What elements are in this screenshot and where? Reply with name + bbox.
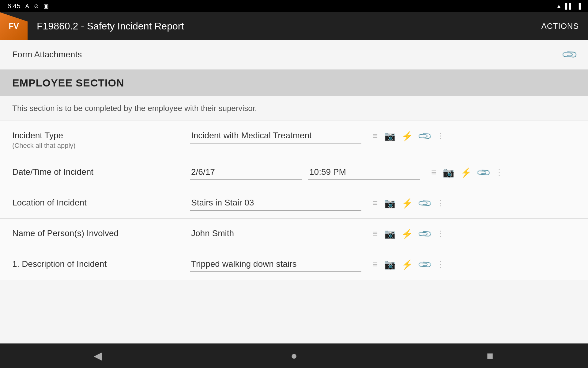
datetime-row: Date/Time of Incident ≡ 📷 ⚡ 📎 ⋮: [0, 157, 588, 188]
description-value-col: ≡ 📷 ⚡ 📎 ⋮: [190, 257, 576, 272]
person-name-label-col: Name of Person(s) Involved: [12, 226, 190, 238]
desc-lines-icon[interactable]: ≡: [372, 259, 378, 270]
location-row: Location of Incident ≡ 📷 ⚡ 📎 ⋮: [0, 188, 588, 219]
content-area: Form Attachments 📎 EMPLOYEE SECTION This…: [0, 40, 588, 343]
datetime-label: Date/Time of Incident: [12, 167, 190, 177]
signal-icon: ▌▌: [565, 3, 573, 10]
person-camera-icon[interactable]: 📷: [384, 228, 395, 239]
status-bar-right: ▲ ▌▌ ▐: [556, 3, 581, 10]
back-button[interactable]: ◀: [86, 343, 110, 368]
desc-more-icon[interactable]: ⋮: [436, 260, 444, 269]
datetime-bolt-icon[interactable]: ⚡: [460, 167, 472, 178]
description-row: 1. Description of Incident ≡ 📷 ⚡ 📎 ⋮: [0, 249, 588, 280]
app-logo: FV: [0, 12, 28, 40]
home-icon: ●: [291, 349, 297, 362]
status-icon-a: A: [25, 3, 29, 10]
bottom-nav: ◀ ● ■: [0, 343, 588, 368]
more-icon[interactable]: ⋮: [436, 131, 444, 141]
employee-section-header: EMPLOYEE SECTION: [0, 70, 588, 96]
form-attachments-paperclip-icon[interactable]: 📎: [560, 46, 578, 63]
description-label-col: 1. Description of Incident: [12, 257, 190, 269]
person-name-value-col: ≡ 📷 ⚡ 📎 ⋮: [190, 226, 576, 241]
incident-type-label-col: Incident Type (Check all that apply): [12, 128, 190, 150]
person-attach-icon[interactable]: 📎: [417, 226, 432, 242]
location-bolt-icon[interactable]: ⚡: [401, 198, 413, 209]
description-input[interactable]: [190, 257, 361, 272]
time-input[interactable]: [308, 165, 420, 180]
datetime-attach-icon[interactable]: 📎: [476, 165, 491, 180]
actions-button[interactable]: ACTIONS: [541, 21, 588, 31]
section-description: This section is to be completed by the e…: [0, 96, 588, 121]
person-name-label: Name of Person(s) Involved: [12, 228, 190, 238]
person-more-icon[interactable]: ⋮: [436, 229, 444, 239]
location-input[interactable]: [190, 195, 361, 211]
datetime-label-col: Date/Time of Incident: [12, 165, 190, 177]
status-icon-battery: ▣: [43, 3, 49, 10]
incident-type-value-col: ≡ 📷 ⚡ 📎 ⋮: [190, 128, 576, 144]
location-lines-icon[interactable]: ≡: [372, 198, 378, 208]
status-bar: 6:45 A ⊙ ▣ ▲ ▌▌ ▐: [0, 0, 588, 12]
date-time-wrapper: [190, 165, 420, 180]
form-attachments-label: Form Attachments: [12, 50, 82, 59]
status-bar-left: 6:45 A ⊙ ▣: [7, 2, 49, 10]
date-input[interactable]: [190, 165, 302, 180]
logo-text: FV: [9, 21, 19, 31]
incident-type-input[interactable]: [190, 128, 361, 144]
section-title: EMPLOYEE SECTION: [12, 77, 124, 89]
back-icon: ◀: [94, 349, 102, 362]
location-value-col: ≡ 📷 ⚡ 📎 ⋮: [190, 195, 576, 211]
incident-type-actions: ≡ 📷 ⚡ 📎 ⋮: [372, 131, 444, 141]
location-camera-icon[interactable]: 📷: [384, 198, 395, 209]
status-time: 6:45: [7, 2, 21, 10]
status-icon-clock: ⊙: [34, 3, 39, 10]
bolt-icon[interactable]: ⚡: [401, 131, 413, 141]
wifi-icon: ▲: [556, 3, 562, 10]
location-actions: ≡ 📷 ⚡ 📎 ⋮: [372, 198, 444, 209]
recent-button[interactable]: ■: [478, 343, 502, 368]
desc-attach-icon[interactable]: 📎: [417, 257, 432, 272]
lines-icon[interactable]: ≡: [372, 131, 378, 141]
person-name-input[interactable]: [190, 226, 361, 241]
person-lines-icon[interactable]: ≡: [372, 228, 378, 239]
recent-icon: ■: [487, 349, 493, 362]
incident-type-sublabel: (Check all that apply): [12, 142, 190, 150]
location-label: Location of Incident: [12, 198, 190, 208]
battery-icon: ▐: [577, 3, 581, 10]
incident-type-row: Incident Type (Check all that apply) ≡ 📷…: [0, 121, 588, 157]
attach-icon[interactable]: 📎: [417, 128, 432, 144]
person-bolt-icon[interactable]: ⚡: [401, 228, 413, 239]
person-name-actions: ≡ 📷 ⚡ 📎 ⋮: [372, 228, 444, 239]
desc-camera-icon[interactable]: 📷: [384, 259, 395, 270]
datetime-actions: ≡ 📷 ⚡ 📎 ⋮: [431, 167, 503, 178]
app-bar-title: F19860.2 - Safety Incident Report: [37, 21, 541, 32]
datetime-value-col: ≡ 📷 ⚡ 📎 ⋮: [190, 165, 576, 180]
person-name-row: Name of Person(s) Involved ≡ 📷 ⚡ 📎 ⋮: [0, 219, 588, 249]
location-attach-icon[interactable]: 📎: [417, 195, 432, 211]
datetime-camera-icon[interactable]: 📷: [443, 167, 454, 178]
datetime-more-icon[interactable]: ⋮: [495, 168, 503, 177]
description-label: 1. Description of Incident: [12, 259, 190, 269]
incident-type-label: Incident Type: [12, 131, 190, 140]
home-button[interactable]: ●: [282, 343, 306, 368]
location-more-icon[interactable]: ⋮: [436, 198, 444, 208]
location-label-col: Location of Incident: [12, 195, 190, 208]
app-bar: FV F19860.2 - Safety Incident Report ACT…: [0, 12, 588, 40]
form-attachments-row: Form Attachments 📎: [0, 40, 588, 70]
section-description-text: This section is to be completed by the e…: [12, 104, 257, 113]
camera-icon[interactable]: 📷: [384, 131, 395, 141]
desc-bolt-icon[interactable]: ⚡: [401, 259, 413, 270]
description-actions: ≡ 📷 ⚡ 📎 ⋮: [372, 259, 444, 270]
datetime-lines-icon[interactable]: ≡: [431, 167, 437, 178]
